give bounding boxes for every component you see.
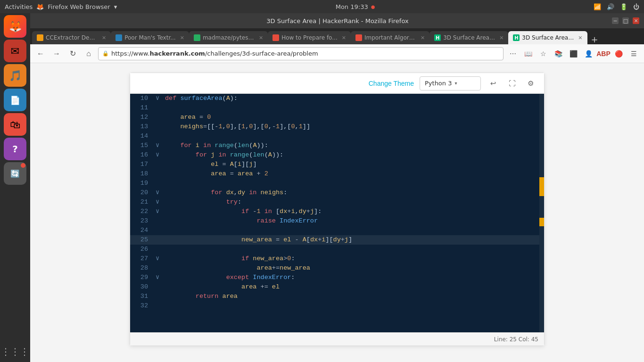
sidebar-music-icon[interactable]: 🎵 (4, 64, 26, 87)
status-bar: Line: 25 Col: 45 (130, 332, 544, 346)
code-line: el = A[i][j] (161, 160, 544, 169)
tab-madmaze[interactable]: madmaze/pytesse... ✕ (189, 31, 268, 44)
sidebar-firefox-icon[interactable]: 🦊 (4, 15, 26, 38)
tab-3d-detail[interactable]: H 3D Surface Area D... ✕ (429, 31, 508, 44)
code-line: if new_area>0: (161, 254, 544, 263)
url-bar[interactable]: 🔒 https://www.hackerrank.com/challenges/… (98, 47, 504, 60)
sidebar-help-icon[interactable]: ? (4, 138, 26, 160)
line-number: 27 (130, 254, 154, 263)
fold-icon[interactable]: ∨ (154, 273, 161, 282)
sidebar-app-grid-icon[interactable]: ⋮⋮⋮ (1, 346, 29, 357)
back-button[interactable]: ← (34, 47, 47, 60)
tab-close-icon[interactable]: ✕ (421, 35, 425, 41)
fullscreen-icon[interactable]: ⛶ (505, 77, 519, 90)
forward-button[interactable]: → (50, 47, 63, 60)
bookmark-icon[interactable]: ☆ (537, 47, 550, 60)
tab-close-icon[interactable]: ✕ (342, 35, 346, 41)
fold-icon[interactable]: ∨ (154, 207, 161, 216)
history-icon[interactable]: ↩ (487, 77, 500, 90)
tab-poorman[interactable]: Poor Man's Textr... ✕ (111, 31, 189, 44)
sidebar-appstore-icon[interactable]: 🛍 (4, 113, 26, 136)
table-row: 16 ∨ for j in range(len(A)): (130, 150, 544, 160)
table-row: 14 (130, 132, 544, 141)
fold-icon (154, 103, 161, 113)
tab-close-icon[interactable]: ✕ (102, 35, 106, 41)
sidebar-update-icon[interactable]: 🔄 (4, 162, 26, 185)
reload-button[interactable]: ↻ (66, 47, 79, 60)
activities-label[interactable]: Activities (5, 3, 33, 10)
line-number: 31 (130, 292, 154, 301)
wifi-icon: 📶 (594, 3, 601, 10)
table-row: 15 ∨ for i in range(len(A)): (130, 141, 544, 150)
adblock-icon[interactable]: ABP (597, 47, 610, 60)
tab-close-icon[interactable]: ✕ (578, 35, 582, 41)
tab-label: 3D Surface Area |... (522, 34, 574, 41)
title-bar: 3D Surface Area | HackerRank - Mozilla F… (30, 13, 644, 28)
tab-howto[interactable]: How to Prepare fo... ✕ (268, 31, 351, 44)
language-selector[interactable]: Python 3 ▾ (420, 76, 481, 90)
code-scroll-area[interactable]: 10 ∨ def surfaceArea(A): 11 (130, 94, 544, 332)
home-button[interactable]: ⌂ (82, 47, 95, 60)
sidebar-email-icon[interactable]: ✉ (4, 40, 26, 62)
code-line: area = 0 (161, 113, 544, 122)
avatar-icon[interactable]: 🔴 (612, 47, 625, 60)
more-actions-button[interactable]: ⋯ (506, 47, 520, 60)
settings-icon[interactable]: ⚙ (524, 77, 537, 90)
fold-icon (154, 160, 161, 169)
table-row: 19 (130, 179, 544, 188)
tab-important[interactable]: Important Algorit... ✕ (351, 31, 429, 44)
table-row: 29 ∨ except IndexError: (130, 273, 544, 282)
desktop: Activities 🦊 Firefox Web Browser ▾ Mon 1… (0, 0, 644, 362)
tab-close-icon[interactable]: ✕ (259, 35, 263, 41)
menu-button[interactable]: ☰ (627, 47, 640, 60)
minimize-button[interactable]: ─ (612, 17, 619, 24)
scrollbar-thumb-2[interactable] (539, 218, 544, 226)
browser-dropdown-icon[interactable]: ▾ (114, 3, 117, 10)
browser-name-label: Firefox Web Browser (48, 3, 110, 10)
url-text: https://www.hackerrank.com/challenges/3d… (111, 50, 318, 57)
line-number: 28 (130, 263, 154, 273)
code-line: area+=new_area (161, 263, 544, 273)
account-icon[interactable]: 👤 (582, 47, 595, 60)
code-editor[interactable]: 10 ∨ def surfaceArea(A): 11 (130, 94, 544, 332)
scrollbar-thumb[interactable] (539, 177, 544, 196)
line-number: 32 (130, 301, 154, 311)
page-content: Change Theme Python 3 ▾ ↩ ⛶ ⚙ (30, 63, 644, 362)
fold-icon[interactable]: ∨ (154, 94, 161, 103)
table-row: 28 area+=new_area (130, 263, 544, 273)
reader-icon[interactable]: 📖 (521, 47, 535, 60)
code-line: if -1 in [dx+i,dy+j]: (161, 207, 544, 216)
fold-icon[interactable]: ∨ (154, 141, 161, 150)
tab-ccextractor[interactable]: CCExtractor Deve... ✕ (32, 31, 111, 44)
maximize-button[interactable]: □ (622, 17, 629, 24)
code-line: raise IndexError (161, 216, 544, 226)
tab-close-icon[interactable]: ✕ (499, 35, 504, 41)
table-row: 27 ∨ if new_area>0: (130, 254, 544, 263)
close-button[interactable]: ✕ (633, 17, 639, 24)
table-row: 25 new_area = el - A[dx+i][dy+j] (130, 235, 544, 245)
tab-close-icon[interactable]: ✕ (180, 35, 184, 41)
fold-icon[interactable]: ∨ (154, 254, 161, 263)
tab-bar: CCExtractor Deve... ✕ Poor Man's Textr..… (30, 28, 644, 44)
table-row: 21 ∨ try: (130, 197, 544, 207)
library-icon[interactable]: 📚 (552, 47, 565, 60)
table-row: 12 area = 0 (130, 113, 544, 122)
line-number: 15 (130, 141, 154, 150)
fold-icon[interactable]: ∨ (154, 150, 161, 160)
line-number: 29 (130, 273, 154, 282)
sidebar-files-icon[interactable]: 📄 (4, 89, 26, 111)
fold-icon[interactable]: ∨ (154, 197, 161, 207)
code-line (161, 245, 544, 254)
power-icon: ⏻ (633, 3, 639, 10)
fold-icon (154, 216, 161, 226)
fold-icon (154, 292, 161, 301)
fold-icon[interactable]: ∨ (154, 188, 161, 197)
tab-3d-active[interactable]: H 3D Surface Area |... ✕ (508, 31, 587, 44)
code-line: try: (161, 197, 544, 207)
new-tab-button[interactable]: + (587, 34, 602, 44)
fold-icon (154, 113, 161, 122)
line-number: 17 (130, 160, 154, 169)
change-theme-button[interactable]: Change Theme (369, 80, 414, 87)
synced-tabs-icon[interactable]: ⬛ (567, 47, 580, 60)
code-line: def surfaceArea(A): (161, 94, 544, 103)
